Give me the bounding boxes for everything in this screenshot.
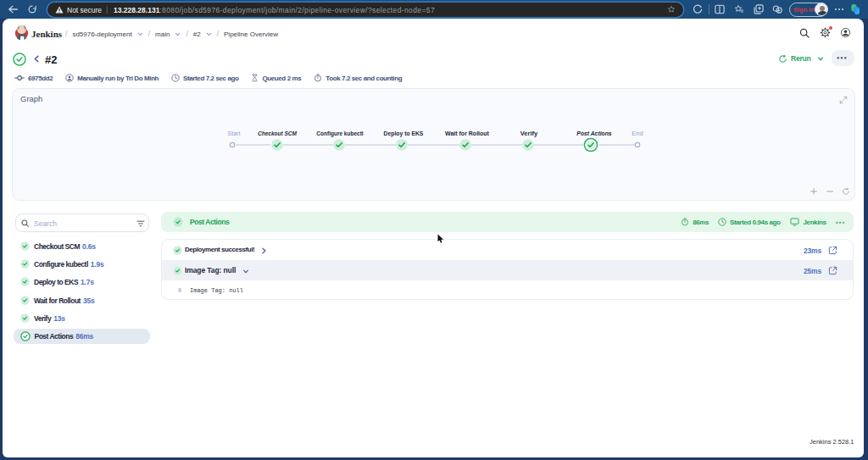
svg-text:Post Actions: Post Actions: [576, 130, 612, 136]
svg-text:Checkout SCM: Checkout SCM: [258, 130, 297, 136]
svg-text:End: End: [632, 130, 643, 137]
svg-text:Verify: Verify: [520, 130, 538, 137]
svg-text:Wait for Rollout: Wait for Rollout: [445, 130, 490, 136]
svg-text:Configure kubectl: Configure kubectl: [316, 130, 363, 137]
svg-text:Start: Start: [228, 130, 241, 136]
svg-text:Deploy to EKS: Deploy to EKS: [384, 130, 424, 137]
